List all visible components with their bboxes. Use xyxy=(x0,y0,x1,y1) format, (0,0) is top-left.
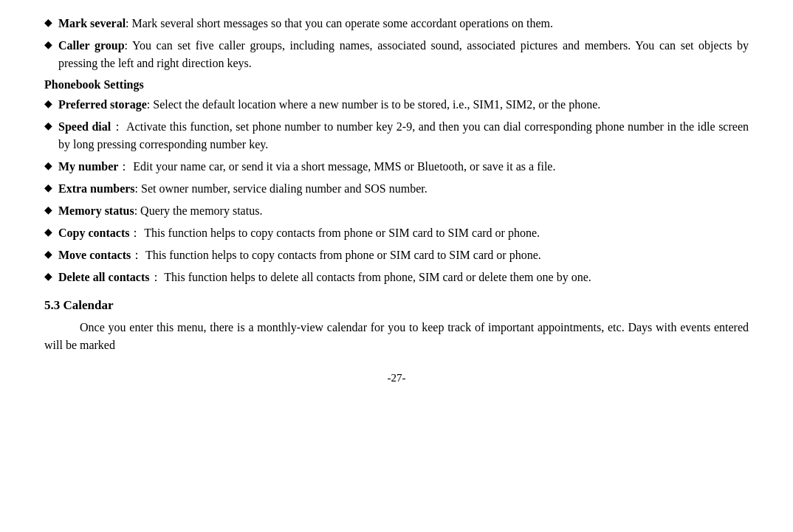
bullet-diamond-5: ◆ xyxy=(44,159,52,172)
phonebook-settings-header: Phonebook Settings xyxy=(44,78,749,91)
bullet-memory-status: ◆ Memory status: Query the memory status… xyxy=(44,202,749,220)
bullet-diamond-3: ◆ xyxy=(44,97,52,110)
bullet-diamond-7: ◆ xyxy=(44,204,52,216)
preferred-storage-body: : Select the default location where a ne… xyxy=(147,98,601,111)
mark-several-body: : Mark several short messages so that yo… xyxy=(126,17,553,30)
extra-numbers-body: : Set owner number, service dialing numb… xyxy=(135,182,428,195)
memory-status-label: Memory status xyxy=(58,204,134,217)
delete-all-contacts-body: ： This function helps to delete all cont… xyxy=(150,271,591,283)
bullet-preferred-storage: ◆ Preferred storage: Select the default … xyxy=(44,96,749,114)
copy-contacts-body: ： This function helps to copy contacts f… xyxy=(129,227,540,239)
copy-contacts-text: Copy contacts： This function helps to co… xyxy=(58,224,749,242)
bullet-mark-several: ◆ Mark several: Mark several short messa… xyxy=(44,15,749,32)
bullet-caller-group: ◆ Caller group: You can set five caller … xyxy=(44,37,749,72)
bullet-move-contacts: ◆ Move contacts： This function helps to … xyxy=(44,246,749,264)
copy-contacts-label: Copy contacts xyxy=(58,227,129,239)
bullet-diamond-9: ◆ xyxy=(44,248,52,260)
bullet-delete-all-contacts: ◆ Delete all contacts： This function hel… xyxy=(44,269,749,286)
delete-all-contacts-label: Delete all contacts xyxy=(58,271,150,283)
bullet-speed-dial: ◆ Speed dial： Activate this function, se… xyxy=(44,118,749,153)
calendar-paragraph: Once you enter this menu, there is a mon… xyxy=(44,319,749,354)
calendar-section-title: 5.3 Calendar xyxy=(44,298,749,313)
bullet-my-number: ◆ My number： Edit your name car, or send… xyxy=(44,158,749,176)
caller-group-text: Caller group: You can set five caller gr… xyxy=(58,37,749,72)
move-contacts-text: Move contacts： This function helps to co… xyxy=(58,246,749,264)
bullet-diamond-2: ◆ xyxy=(44,38,52,51)
my-number-body: ： Edit your name car, or send it via a s… xyxy=(118,160,555,173)
move-contacts-label: Move contacts xyxy=(58,249,131,261)
bullet-diamond-1: ◆ xyxy=(44,16,52,29)
bullet-diamond-10: ◆ xyxy=(44,270,52,283)
bullet-diamond-8: ◆ xyxy=(44,226,52,238)
my-number-text: My number： Edit your name car, or send i… xyxy=(58,158,749,176)
mark-several-label: Mark several xyxy=(58,17,126,30)
page-number: -27- xyxy=(44,372,749,384)
preferred-storage-label: Preferred storage xyxy=(58,98,147,111)
content-area: ◆ Mark several: Mark several short messa… xyxy=(44,15,749,384)
speed-dial-label: Speed dial xyxy=(58,120,111,133)
bullet-extra-numbers: ◆ Extra numbers: Set owner number, servi… xyxy=(44,180,749,198)
my-number-label: My number xyxy=(58,160,118,173)
memory-status-body: : Query the memory status. xyxy=(134,204,263,217)
extra-numbers-label: Extra numbers xyxy=(58,182,135,195)
caller-group-label: Caller group xyxy=(58,39,125,52)
caller-group-body: : You can set five caller groups, includ… xyxy=(58,39,749,69)
memory-status-text: Memory status: Query the memory status. xyxy=(58,202,749,220)
bullet-diamond-4: ◆ xyxy=(44,120,52,132)
move-contacts-body: ： This function helps to copy contacts f… xyxy=(131,249,541,261)
bullet-copy-contacts: ◆ Copy contacts： This function helps to … xyxy=(44,224,749,242)
delete-all-contacts-text: Delete all contacts： This function helps… xyxy=(58,269,749,286)
speed-dial-body: ： Activate this function, set phone numb… xyxy=(58,120,749,151)
mark-several-text: Mark several: Mark several short message… xyxy=(58,15,749,32)
preferred-storage-text: Preferred storage: Select the default lo… xyxy=(58,96,749,114)
bullet-diamond-6: ◆ xyxy=(44,182,52,194)
speed-dial-text: Speed dial： Activate this function, set … xyxy=(58,118,749,153)
extra-numbers-text: Extra numbers: Set owner number, service… xyxy=(58,180,749,198)
